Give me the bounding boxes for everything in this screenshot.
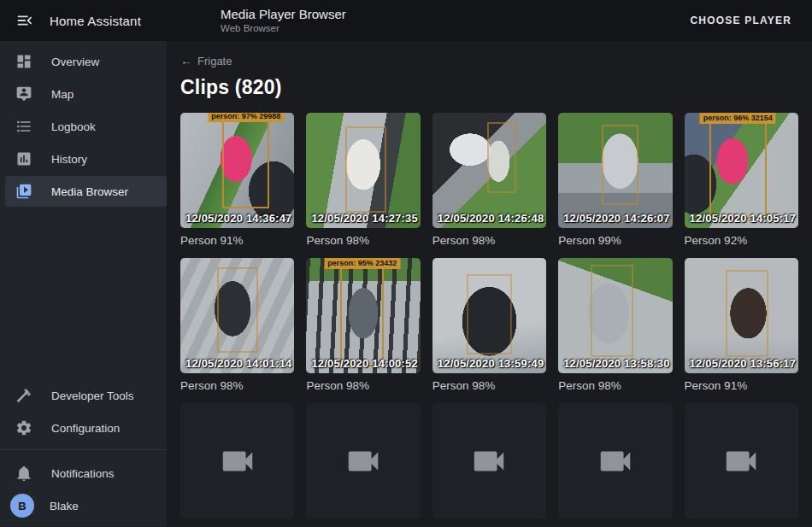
folder-card-yesterday[interactable]: Yesterday (209): [306, 403, 420, 527]
clip-thumbnail[interactable]: 12/05/2020 13:59:49: [432, 258, 546, 373]
clip-thumbnail[interactable]: 12/05/2020 14:26:07: [558, 113, 672, 228]
play-box-multiple-icon: [15, 183, 32, 200]
detection-bbox: [467, 274, 512, 355]
topbar-left: Home Assistant: [0, 10, 167, 31]
breadcrumb-back[interactable]: ← Frigate: [180, 54, 232, 67]
clips-grid: person: 97% 29988 12/05/2020 14:36:47 Pe…: [167, 108, 812, 527]
clip-timestamp: 12/05/2020 14:26:07: [563, 212, 670, 225]
sidebar-item-label: Configuration: [51, 422, 120, 435]
folder-thumbnail[interactable]: [432, 403, 546, 518]
sidebar-spacer: [0, 208, 167, 379]
panel-subtitle: Web Browser: [221, 23, 346, 34]
clip-thumbnail[interactable]: 12/05/2020 13:58:30: [558, 258, 672, 373]
detection-label: person: 97% 29988: [208, 113, 284, 122]
clip-thumbnail[interactable]: person: 96% 32154 12/05/2020 14:05:17: [685, 113, 798, 228]
clip-thumbnail[interactable]: 12/05/2020 14:26:48: [432, 113, 546, 228]
page-title: Clips (820): [180, 76, 798, 99]
choose-player-button[interactable]: CHOOSE PLAYER: [685, 8, 797, 33]
clip-caption: Person 91%: [180, 234, 294, 247]
clip-thumbnail[interactable]: person: 97% 29988 12/05/2020 14:36:47: [180, 113, 294, 228]
folder-card-back[interactable]: Back (427): [685, 403, 798, 527]
user-avatar: B: [10, 494, 34, 518]
sidebar-item-overview[interactable]: Overview: [0, 46, 167, 77]
folder-thumbnail[interactable]: [685, 403, 798, 518]
sidebar: Overview Map Logbook History: [0, 41, 167, 527]
clip-timestamp: 12/05/2020 14:00:52: [311, 357, 418, 370]
video-camera-icon: [721, 442, 761, 481]
clip-card[interactable]: person: 97% 29988 12/05/2020 14:36:47 Pe…: [180, 113, 294, 247]
clip-timestamp: 12/05/2020 13:59:49: [438, 357, 544, 370]
clip-caption: Person 92%: [685, 234, 798, 247]
sidebar-toggle-button[interactable]: [15, 10, 35, 31]
sidebar-item-label: Notifications: [51, 467, 115, 480]
clip-card[interactable]: 12/05/2020 14:26:48 Person 98%: [432, 113, 546, 247]
bell-icon: [15, 465, 32, 482]
detection-bbox: person: 96% 32154: [709, 122, 767, 219]
sidebar-item-developer-tools[interactable]: Developer Tools: [0, 380, 167, 411]
clip-caption: Person 99%: [558, 234, 672, 247]
video-camera-icon: [218, 442, 257, 481]
sidebar-divider: [0, 449, 167, 450]
detection-bbox: [591, 265, 634, 357]
clip-timestamp: 12/05/2020 14:36:47: [185, 212, 292, 225]
clip-caption: Person 98%: [180, 379, 294, 392]
clip-card[interactable]: 12/05/2020 14:26:07 Person 99%: [558, 113, 672, 247]
view-dashboard-icon: [15, 53, 32, 70]
clip-thumbnail[interactable]: 12/05/2020 13:56:17: [685, 258, 798, 373]
clip-thumbnail[interactable]: 12/05/2020 14:27:35: [306, 113, 420, 228]
folder-thumbnail[interactable]: [180, 403, 294, 518]
video-camera-icon: [596, 442, 635, 481]
clip-caption: Person 98%: [432, 234, 546, 247]
video-camera-icon: [469, 442, 509, 481]
folder-card-today[interactable]: Today (164): [180, 403, 294, 527]
sidebar-item-profile[interactable]: B Blake: [0, 490, 167, 521]
sidebar-item-label: Media Browser: [51, 185, 128, 198]
sidebar-item-label: History: [51, 153, 87, 166]
detection-bbox: person: 97% 29988: [222, 120, 269, 208]
detection-bbox: [217, 267, 258, 353]
sidebar-item-notifications[interactable]: Notifications: [0, 458, 167, 489]
sidebar-item-configuration[interactable]: Configuration: [0, 413, 167, 443]
folder-thumbnail[interactable]: [306, 403, 420, 518]
clip-card[interactable]: 12/05/2020 13:59:49 Person 98%: [432, 258, 546, 392]
clip-caption: Person 98%: [432, 379, 546, 392]
panel-title-block: Media Player Browser Web Browser: [221, 7, 346, 34]
folder-card-last-month[interactable]: Last Month (318): [558, 403, 672, 527]
sidebar-item-label: Map: [51, 88, 74, 101]
media-browser-panel: ← Frigate Clips (820) person: 97% 29988 …: [167, 41, 812, 527]
sidebar-item-logbook[interactable]: Logbook: [0, 111, 167, 142]
sidebar-item-map[interactable]: Map: [0, 79, 167, 109]
clip-card[interactable]: 12/05/2020 13:58:30 Person 98%: [558, 258, 672, 392]
clip-caption: Person 91%: [685, 379, 798, 392]
back-arrow-icon: ←: [180, 54, 192, 67]
sidebar-item-label: Overview: [51, 56, 99, 68]
clip-card[interactable]: person: 96% 32154 12/05/2020 14:05:17 Pe…: [685, 113, 798, 247]
detection-bbox: person: 95% 23432: [340, 267, 384, 366]
clip-timestamp: 12/05/2020 14:26:48: [438, 212, 544, 225]
top-app-bar: Home Assistant Media Player Browser Web …: [0, 0, 812, 41]
clip-timestamp: 12/05/2020 14:01:14: [185, 357, 292, 370]
clip-card[interactable]: 12/05/2020 14:01:14 Person 98%: [180, 258, 294, 392]
sidebar-item-media-browser[interactable]: Media Browser: [5, 176, 167, 207]
clip-timestamp: 12/05/2020 13:58:30: [563, 357, 670, 370]
clip-card[interactable]: 12/05/2020 14:27:35 Person 98%: [306, 113, 420, 247]
clip-caption: Person 98%: [306, 234, 420, 247]
gear-icon: [15, 419, 32, 436]
detection-bbox: [345, 126, 386, 213]
clip-timestamp: 12/05/2020 14:05:17: [690, 212, 797, 225]
panel-title: Media Player Browser: [221, 7, 346, 21]
clip-caption: Person 98%: [558, 379, 672, 392]
folder-card-this-month[interactable]: This Month (502): [432, 403, 546, 527]
menu-open-icon: [15, 11, 34, 30]
clip-card[interactable]: 12/05/2020 13:56:17 Person 91%: [685, 258, 798, 392]
clip-thumbnail[interactable]: 12/05/2020 14:01:14: [180, 258, 294, 373]
clip-thumbnail[interactable]: person: 95% 23432 12/05/2020 14:00:52: [306, 258, 420, 373]
folder-thumbnail[interactable]: [558, 403, 672, 518]
detection-bbox: [726, 270, 769, 358]
tooltip-account-icon: [15, 85, 32, 102]
content-header: ← Frigate Clips (820): [167, 41, 812, 108]
home-assistant-app: Home Assistant Media Player Browser Web …: [0, 0, 812, 527]
clip-card[interactable]: person: 95% 23432 12/05/2020 14:00:52 Pe…: [306, 258, 420, 392]
sidebar-item-history[interactable]: History: [0, 143, 167, 174]
clip-timestamp: 12/05/2020 13:56:17: [690, 357, 797, 370]
